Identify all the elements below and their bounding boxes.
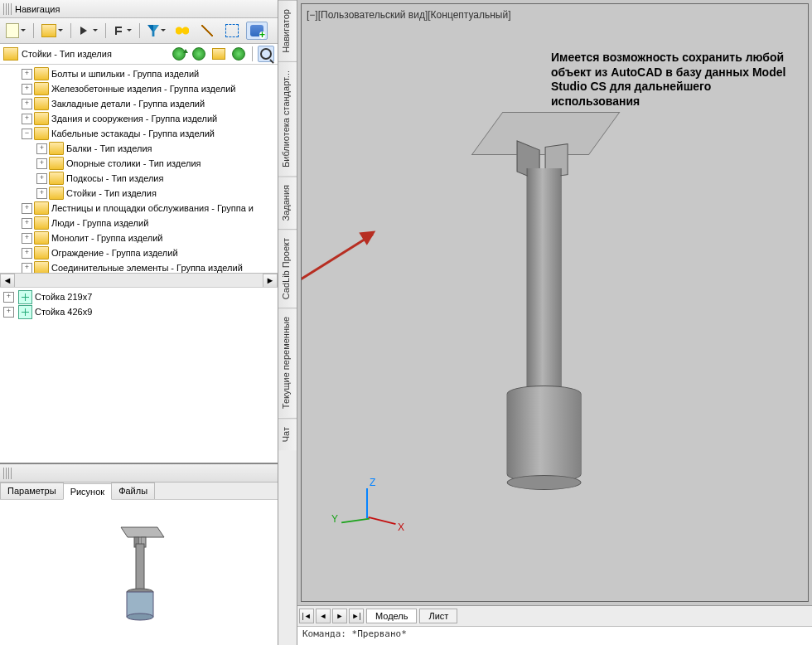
funnel-icon	[147, 25, 159, 36]
tree-node[interactable]: +Лестницы и площадки обслуживания - Груп…	[2, 201, 278, 216]
tree-node[interactable]: +Закладные детали - Группа изделий	[2, 96, 278, 111]
tree-node[interactable]: +Монолит - Группа изделий	[2, 230, 278, 245]
tree-mode-button[interactable]	[111, 22, 134, 40]
grip-icon	[3, 468, 12, 479]
folder-icon	[49, 172, 64, 185]
magnifier-icon	[260, 48, 272, 60]
side-tab[interactable]: Задания	[278, 176, 297, 229]
search-button[interactable]	[258, 46, 274, 62]
axis-x-label: X	[398, 521, 404, 533]
tree-node[interactable]: +Здания и сооружения - Группа изделий	[2, 111, 278, 126]
command-line[interactable]: Команда: *Прервано*	[297, 626, 812, 645]
side-tab[interactable]: Чат	[278, 418, 297, 450]
tree-node[interactable]: +Балки - Тип изделия	[2, 141, 278, 156]
database-add-icon	[250, 25, 263, 36]
wand-button[interactable]	[196, 22, 218, 40]
folder-icon	[34, 67, 49, 80]
scroll-right-button[interactable]: ►	[263, 274, 278, 288]
layout-last-button[interactable]: ►|	[349, 609, 364, 623]
nav-back-button[interactable]	[171, 46, 187, 62]
tree-node[interactable]: +Ограждение - Группа изделий	[2, 245, 278, 260]
viewport[interactable]: [−][Пользовательский вид][Концептуальный…	[301, 3, 809, 602]
tree-node[interactable]: +Подкосы - Тип изделия	[2, 171, 278, 186]
list-item[interactable]: +Стойка 219x7	[3, 289, 274, 304]
collapse-icon[interactable]: −	[22, 129, 32, 139]
find-button[interactable]	[172, 22, 193, 40]
folder-up-button[interactable]	[210, 46, 227, 62]
tab-files[interactable]: Файлы	[111, 483, 155, 499]
tree-node-label: Кабельные эстакады - Группа изделий	[51, 129, 215, 138]
tree-node[interactable]: +Опорные столики - Тип изделия	[2, 156, 278, 171]
expand-icon[interactable]: +	[36, 188, 47, 199]
db-add-button[interactable]	[246, 22, 268, 40]
tree-node-label: Монолит - Группа изделий	[51, 233, 162, 243]
open-folder-button[interactable]	[39, 22, 65, 40]
tree-node[interactable]: −Кабельные эстакады - Группа изделий	[2, 126, 278, 141]
side-tab[interactable]: Текущие переменные	[278, 308, 297, 417]
expand-icon[interactable]: +	[22, 203, 32, 214]
run-button[interactable]	[76, 22, 100, 40]
navigation-titlebar: Навигация	[0, 0, 278, 18]
side-tab[interactable]: Библиотека стандарт...	[278, 61, 297, 176]
separator-icon	[252, 46, 253, 61]
expand-icon[interactable]: +	[22, 218, 32, 229]
select-box-button[interactable]	[221, 22, 243, 40]
3d-column-model[interactable]	[468, 112, 617, 493]
expand-icon[interactable]: +	[22, 233, 32, 244]
list-item[interactable]: +Стойка 426x9	[3, 304, 274, 319]
expand-icon[interactable]: +	[22, 99, 32, 109]
folder-icon	[49, 157, 64, 170]
annotation-text: Имеется возможность сохранить любой объе…	[551, 51, 791, 109]
axis-y-label: Y	[331, 513, 338, 525]
expand-icon[interactable]: +	[22, 248, 32, 259]
wand-icon	[201, 25, 213, 36]
expand-icon[interactable]: +	[22, 263, 32, 274]
tree-node[interactable]: +Люди - Группа изделий	[2, 216, 278, 230]
axis-gizmo[interactable]: Z Y X	[335, 485, 401, 551]
layout-next-button[interactable]: ►	[332, 609, 347, 623]
tab-sheet[interactable]: Лист	[419, 609, 457, 623]
expand-icon[interactable]: +	[36, 158, 47, 169]
folder-icon	[49, 187, 64, 200]
filter-button[interactable]	[145, 22, 168, 40]
tab-params[interactable]: Параметры	[0, 483, 64, 499]
expand-icon[interactable]: +	[36, 173, 47, 184]
breadcrumb-text: Стойки - Тип изделия	[22, 49, 167, 59]
layout-nav-buttons: |◄ ◄ ► ►|	[297, 609, 364, 623]
scroll-left-button[interactable]: ◄	[0, 274, 15, 288]
side-tab[interactable]: CadLib Проект	[278, 229, 297, 308]
tab-image[interactable]: Рисунок	[63, 483, 113, 500]
expand-icon[interactable]: +	[22, 114, 32, 124]
left-panel: Навигация Стойки - Тип изделия	[0, 0, 278, 645]
object-list: +Стойка 219x7+Стойка 426x9	[0, 287, 278, 321]
side-tab[interactable]: Навигатор	[278, 0, 297, 61]
expand-icon[interactable]: +	[3, 307, 14, 318]
tree-node-label: Железобетонные изделия - Группа изделий	[51, 84, 235, 94]
layout-first-button[interactable]: |◄	[299, 609, 314, 623]
expand-icon[interactable]: +	[22, 84, 32, 95]
list-item-label: Стойка 426x9	[35, 307, 92, 317]
tree-node[interactable]: +Болты и шпильки - Группа изделий	[2, 66, 278, 81]
tree-node[interactable]: +Стойки - Тип изделия	[2, 186, 278, 201]
expand-icon[interactable]: +	[3, 292, 14, 303]
expand-icon[interactable]: +	[36, 143, 47, 154]
tab-model[interactable]: Модель	[366, 609, 417, 623]
nav-next-button[interactable]	[230, 46, 247, 62]
play-icon	[80, 27, 91, 35]
view-label[interactable]: [−][Пользовательский вид][Концептуальный…	[307, 9, 511, 21]
nav-forward-button[interactable]	[191, 46, 207, 62]
tree-h-scrollbar[interactable]: ◄ ►	[0, 273, 278, 287]
new-doc-button[interactable]	[3, 22, 28, 40]
preview-3d-icon	[106, 519, 172, 627]
list-item-label: Стойка 219x7	[35, 292, 92, 302]
folder-icon	[34, 97, 49, 110]
tree-node-label: Закладные детали - Группа изделий	[51, 99, 205, 109]
tree-node-label: Болты и шпильки - Группа изделий	[51, 69, 199, 79]
grip-icon	[3, 3, 12, 15]
tree-node-label: Стойки - Тип изделия	[66, 188, 157, 198]
separator-icon	[139, 23, 140, 38]
expand-icon[interactable]: +	[22, 69, 32, 80]
layout-prev-button[interactable]: ◄	[316, 609, 331, 623]
tree-node-label: Здания и сооружения - Группа изделий	[51, 114, 217, 124]
tree-node[interactable]: +Железобетонные изделия - Группа изделий	[2, 81, 278, 96]
